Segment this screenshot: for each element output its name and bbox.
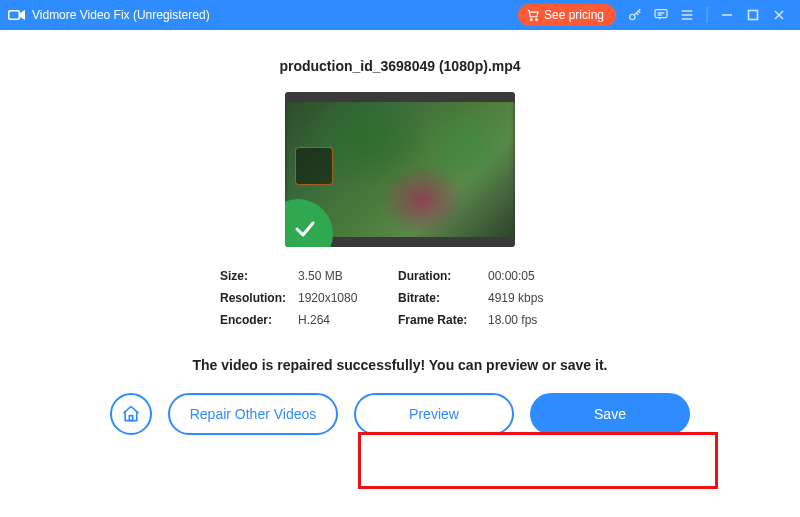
status-message: The video is repaired successfully! You … (0, 357, 800, 373)
size-label: Size: (220, 269, 298, 283)
svg-point-3 (536, 19, 538, 21)
preview-button[interactable]: Preview (354, 393, 514, 435)
bitrate-value: 4919 kbps (488, 291, 580, 305)
thumbnail-top-bar (285, 92, 515, 102)
minimize-button[interactable] (714, 0, 740, 30)
svg-rect-8 (749, 11, 758, 20)
encoder-label: Encoder: (220, 313, 298, 327)
app-logo-icon (8, 8, 26, 22)
action-bar: Repair Other Videos Preview Save (0, 393, 800, 435)
file-name: production_id_3698049 (1080p).mp4 (0, 58, 800, 74)
bitrate-label: Bitrate: (398, 291, 488, 305)
duration-label: Duration: (398, 269, 488, 283)
resolution-label: Resolution: (220, 291, 298, 305)
meta-row: Size: 3.50 MB Duration: 00:00:05 (220, 265, 580, 287)
preview-label: Preview (409, 406, 459, 422)
feedback-icon[interactable] (648, 0, 674, 30)
see-pricing-label: See pricing (544, 8, 604, 22)
svg-point-2 (530, 19, 532, 21)
key-icon[interactable] (622, 0, 648, 30)
svg-rect-5 (655, 10, 667, 18)
maximize-button[interactable] (740, 0, 766, 30)
highlight-annotation (358, 432, 718, 489)
close-button[interactable] (766, 0, 792, 30)
svg-rect-1 (10, 12, 19, 19)
size-value: 3.50 MB (298, 269, 398, 283)
meta-row: Encoder: H.264 Frame Rate: 18.00 fps (220, 309, 580, 331)
titlebar: Vidmore Video Fix (Unregistered) See pri… (0, 0, 800, 30)
framerate-label: Frame Rate: (398, 313, 488, 327)
repair-other-videos-button[interactable]: Repair Other Videos (168, 393, 338, 435)
encoder-value: H.264 (298, 313, 398, 327)
home-button[interactable] (110, 393, 152, 435)
svg-rect-11 (129, 416, 132, 421)
svg-point-4 (630, 14, 635, 19)
resolution-value: 1920x1080 (298, 291, 398, 305)
titlebar-separator (700, 0, 714, 30)
see-pricing-button[interactable]: See pricing (518, 4, 616, 26)
save-label: Save (594, 406, 626, 422)
video-thumbnail (285, 92, 515, 247)
repair-other-label: Repair Other Videos (190, 406, 317, 422)
framerate-value: 18.00 fps (488, 313, 580, 327)
video-metadata: Size: 3.50 MB Duration: 00:00:05 Resolut… (220, 265, 580, 331)
menu-icon[interactable] (674, 0, 700, 30)
app-title: Vidmore Video Fix (Unregistered) (32, 8, 210, 22)
thumbnail-marker (295, 147, 333, 185)
save-button[interactable]: Save (530, 393, 690, 435)
main-content: production_id_3698049 (1080p).mp4 Size: … (0, 30, 800, 435)
duration-value: 00:00:05 (488, 269, 580, 283)
meta-row: Resolution: 1920x1080 Bitrate: 4919 kbps (220, 287, 580, 309)
